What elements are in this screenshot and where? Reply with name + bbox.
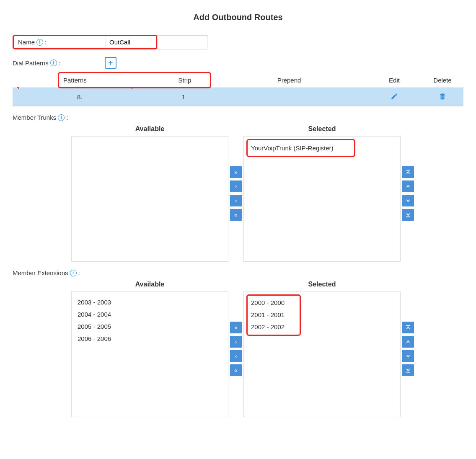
ext-available-title: Available <box>135 281 165 288</box>
move-bottom-button[interactable] <box>402 209 414 221</box>
member-extensions-label: Member Extensions <box>13 269 68 276</box>
move-left-button[interactable]: ‹ <box>230 195 242 206</box>
move-down-button[interactable] <box>402 350 414 362</box>
col-header-delete: Delete <box>422 77 463 84</box>
plus-icon: + <box>109 59 113 67</box>
bar-chevron-up-icon <box>405 325 411 330</box>
move-all-right-button[interactable]: » <box>230 166 242 178</box>
info-icon[interactable]: i <box>70 270 77 276</box>
list-item[interactable]: 2001 - 2001 <box>250 309 297 321</box>
double-chevron-right-icon: » <box>234 324 238 331</box>
name-label: Name <box>18 39 35 46</box>
patterns-table: Patterns Strip Prepend Edit Delete 8. 1 <box>13 72 463 106</box>
pattern-row[interactable]: 8. 1 <box>13 87 463 106</box>
extensions-dual-list: Available 2003 - 20032004 - 20042005 - 2… <box>13 281 463 417</box>
col-header-edit: Edit <box>367 77 422 84</box>
delete-button[interactable] <box>439 93 446 100</box>
trunks-selected-title: Selected <box>308 125 336 133</box>
colon: : <box>45 39 47 46</box>
colon: : <box>78 269 80 276</box>
member-extensions-label-wrap: Member Extensions i : <box>13 269 463 276</box>
move-bottom-button[interactable] <box>402 364 414 376</box>
ext-order-buttons <box>402 322 414 376</box>
list-item[interactable]: 2004 - 2004 <box>77 308 223 320</box>
page-title: Add Outbound Routes <box>13 13 463 22</box>
ext-move-buttons: » › ‹ « <box>230 322 242 376</box>
trunks-order-buttons <box>402 166 414 221</box>
name-field-highlight: Name i : <box>13 35 158 49</box>
cell-pattern: 8. <box>58 93 158 101</box>
chevron-down-icon <box>405 198 411 204</box>
chevron-right-icon: › <box>235 338 237 345</box>
trunks-available-listbox[interactable] <box>71 136 228 262</box>
move-top-button[interactable] <box>402 322 414 333</box>
dial-patterns-label-wrap: Dial Patterns i : <box>13 59 105 67</box>
list-item[interactable]: 2003 - 2003 <box>77 296 223 308</box>
member-trunks-label-wrap: Member Trunks i : <box>13 114 463 121</box>
list-item[interactable]: 2000 - 2000 <box>250 297 297 309</box>
member-trunks-label: Member Trunks <box>13 114 56 121</box>
move-up-button[interactable] <box>402 181 414 192</box>
pencil-icon <box>391 93 398 100</box>
bar-chevron-up-icon <box>405 169 411 175</box>
info-icon[interactable]: i <box>58 114 65 121</box>
move-right-button[interactable]: › <box>230 181 242 192</box>
trunks-dual-list: Available » › ‹ « Selected YourVoipTrunk… <box>13 125 463 262</box>
ext-available-listbox[interactable]: 2003 - 20032004 - 20042005 - 20052006 - … <box>71 291 228 417</box>
col-header-patterns: Patterns <box>59 77 160 84</box>
chevron-right-icon: › <box>235 183 237 190</box>
move-up-button[interactable] <box>402 336 414 348</box>
ext-selected-title: Selected <box>308 281 336 288</box>
chevron-up-icon <box>405 339 411 345</box>
double-chevron-left-icon: « <box>234 367 238 374</box>
trash-icon <box>439 93 446 100</box>
info-icon[interactable]: i <box>50 59 57 66</box>
colon: : <box>59 59 60 67</box>
move-right-button[interactable]: › <box>230 336 242 348</box>
chevron-left-icon: ‹ <box>235 197 237 204</box>
list-item[interactable]: 2002 - 2002 <box>250 321 297 333</box>
move-all-left-button[interactable]: « <box>230 209 242 221</box>
trunks-move-buttons: » › ‹ « <box>230 166 242 221</box>
patterns-header-row: Patterns Strip Prepend Edit Delete <box>13 72 463 88</box>
colon: : <box>66 114 68 121</box>
trunks-available-title: Available <box>135 125 165 133</box>
bar-chevron-down-icon <box>405 367 411 373</box>
list-item[interactable]: YourVoipTrunk (SIP-Register) <box>250 142 352 154</box>
trunks-selected-listbox[interactable]: YourVoipTrunk (SIP-Register) <box>243 136 401 262</box>
list-item[interactable]: 2006 - 2006 <box>77 333 223 345</box>
edit-button[interactable] <box>391 93 398 100</box>
chevron-up-icon <box>405 183 411 189</box>
name-input-extra[interactable] <box>157 35 207 49</box>
double-chevron-right-icon: » <box>234 169 238 175</box>
chevron-left-icon: ‹ <box>235 353 237 359</box>
move-all-right-button[interactable]: » <box>230 322 242 333</box>
dial-patterns-label: Dial Patterns <box>13 59 49 67</box>
info-icon[interactable]: i <box>36 39 43 46</box>
double-chevron-left-icon: « <box>234 211 238 218</box>
move-top-button[interactable] <box>402 166 414 178</box>
col-header-prepend: Prepend <box>211 77 367 84</box>
bar-chevron-down-icon <box>405 212 411 218</box>
ext-selected-listbox[interactable]: 2000 - 20002001 - 20012002 - 2002 <box>243 291 401 417</box>
list-item[interactable]: 2005 - 2005 <box>77 320 223 333</box>
chevron-down-icon <box>405 353 411 359</box>
col-header-strip: Strip <box>160 77 210 84</box>
name-input[interactable] <box>106 36 156 48</box>
dirty-marker-icon <box>17 87 19 90</box>
add-pattern-button[interactable]: + <box>105 57 116 69</box>
move-all-left-button[interactable]: « <box>230 364 242 376</box>
cell-strip: 1 <box>158 93 209 101</box>
move-left-button[interactable]: ‹ <box>230 350 242 362</box>
name-label-wrap: Name i : <box>14 36 106 48</box>
move-down-button[interactable] <box>402 195 414 206</box>
